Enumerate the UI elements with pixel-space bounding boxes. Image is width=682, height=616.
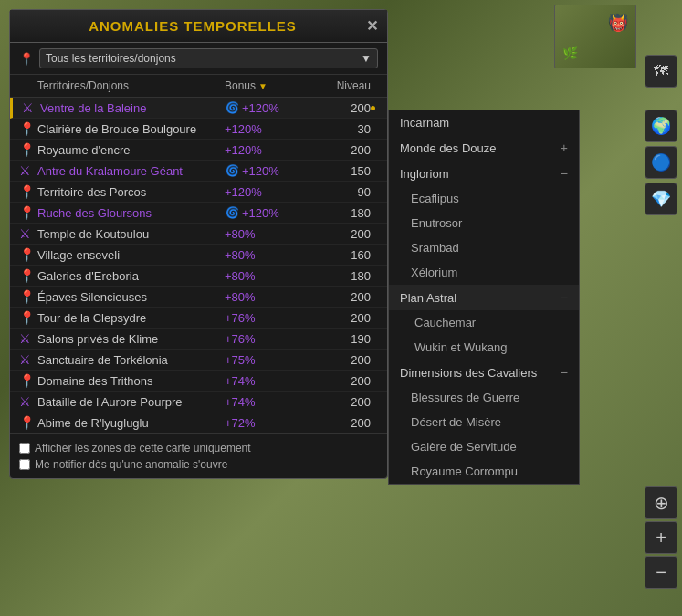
checkbox-item[interactable]: Afficher les zones de cette carte unique… [19, 440, 378, 456]
sidebar-world-icon[interactable]: 🌍 [645, 110, 677, 142]
row-territory-name[interactable]: Sanctuaire de Torkélonia [37, 353, 225, 367]
dropdown-subitem[interactable]: Galère de Servitude [389, 434, 579, 459]
dropdown-category-label: Monde des Douze [400, 141, 497, 155]
scroll-indicator [371, 106, 375, 110]
dropdown-category[interactable]: Ingloriom− [389, 161, 579, 186]
row-territory-name[interactable]: Ruche des Gloursons [37, 206, 225, 220]
row-territory-name[interactable]: Abime de R'lyugluglu [37, 416, 225, 430]
table-row[interactable]: ⚔Sanctuaire de Torkélonia+75%200 [10, 350, 387, 371]
dungeon-icon: ⚔ [19, 394, 37, 409]
table-row[interactable]: 📍Territoire des Porcos+120%90 [10, 182, 387, 203]
dungeon-icon: ⚔ [19, 163, 37, 178]
table-row[interactable]: 📍Tour de la Clepsydre+76%200 [10, 308, 387, 329]
row-level: 200 [307, 353, 371, 367]
territory-icon: 📍 [19, 268, 37, 283]
map-icon-area: 🗺 [645, 55, 677, 88]
table-row[interactable]: 📍Domaine des Trithons+74%200 [10, 371, 387, 392]
row-level: 200 [307, 227, 371, 241]
checkbox-input[interactable] [19, 443, 30, 454]
map-icon-button[interactable]: 🗺 [645, 55, 677, 88]
row-territory-name[interactable]: Antre du Kralamoure Géant [37, 164, 225, 178]
dropdown-category-label: Plan Astral [400, 291, 456, 305]
table-row[interactable]: ⚔Salons privés de Klime+76%190 [10, 329, 387, 350]
table-row[interactable]: 📍Épaves Silencieuses+80%200 [10, 287, 387, 308]
dropdown-subitem-label: Srambad [411, 241, 459, 255]
territory-filter[interactable]: Tous les territoires/donjons ▼ [39, 48, 378, 68]
row-territory-name[interactable]: Salons privés de Klime [37, 332, 225, 346]
table-row[interactable]: 📍Village enseveli+80%160 [10, 245, 387, 266]
table-row[interactable]: 📍Royaume d'encre+120%200 [10, 140, 387, 161]
table-row[interactable]: ⚔Antre du Kralamoure Géant🌀+120%150 [10, 161, 387, 182]
row-territory-name[interactable]: Territoire des Porcos [37, 185, 225, 199]
location-icon: 📍 [19, 52, 34, 66]
dropdown-category[interactable]: Incarnam [389, 110, 579, 135]
territory-icon: 📍 [19, 310, 37, 325]
row-territory-name[interactable]: Ventre de la Baleine [40, 101, 225, 115]
row-territory-name[interactable]: Galeries d'Ereboria [37, 269, 225, 283]
row-territory-name[interactable]: Royaume d'encre [37, 143, 225, 157]
zoom-controls: ⊕ + − [645, 486, 677, 589]
row-level: 200 [307, 290, 371, 304]
expand-icon: + [561, 141, 568, 155]
dungeon-icon: ⚔ [19, 331, 37, 346]
dropdown-subitem[interactable]: Enutrosor [389, 211, 579, 235]
panel-header: ANOMALIES TEMPORELLES ✕ [10, 10, 387, 43]
row-territory-name[interactable]: Tour de la Clepsydre [37, 311, 225, 325]
dropdown-subitem[interactable]: Ecaflipus [389, 186, 579, 211]
filter-value: Tous les territoires/donjons [46, 52, 176, 65]
dropdown-subitem[interactable]: Cauchemar [389, 310, 579, 335]
row-level: 200 [307, 311, 371, 325]
dropdown-category[interactable]: Monde des Douze+ [389, 135, 579, 161]
sidebar-gem-icon[interactable]: 💎 [645, 183, 677, 215]
dropdown-category[interactable]: Dimensions des Cavaliers− [389, 360, 579, 385]
dropdown-subitem-label: Désert de Misère [411, 415, 501, 429]
sidebar-blue-icon[interactable]: 🔵 [645, 146, 677, 179]
row-bonus: +80% [225, 248, 307, 262]
row-territory-name[interactable]: Domaine des Trithons [37, 374, 225, 388]
table-row[interactable]: 📍Galeries d'Ereboria+80%180 [10, 266, 387, 287]
dropdown-category[interactable]: Plan Astral− [389, 285, 579, 310]
table-row[interactable]: 📍Ruche des Gloursons🌀+120%180 [10, 203, 387, 224]
table-row[interactable]: 📍Clairière de Brouce Boulgoure+120%30 [10, 119, 387, 140]
row-bonus: +120% [225, 143, 307, 157]
dropdown-subitem-label: Blessures de Guerre [411, 391, 519, 404]
table-row[interactable]: 📍Abime de R'lyugluglu+72%200 [10, 412, 387, 433]
row-bonus: +76% [225, 311, 307, 325]
row-territory-name[interactable]: Bataille de l'Aurore Pourpre [37, 395, 225, 409]
row-territory-name[interactable]: Temple de Koutoulou [37, 227, 225, 241]
row-bonus: +80% [225, 290, 307, 304]
row-bonus: +80% [225, 227, 307, 241]
row-bonus: +80% [225, 269, 307, 283]
row-level: 200 [307, 395, 371, 409]
row-territory-name[interactable]: Épaves Silencieuses [37, 290, 225, 304]
territory-icon: 📍 [19, 289, 37, 304]
right-sidebar: 🌍 🔵 💎 [645, 110, 677, 215]
sort-arrow-icon: ▼ [258, 81, 268, 91]
dropdown-subitem[interactable]: Xélorium [389, 260, 579, 285]
zoom-in-button[interactable]: + [645, 521, 677, 554]
dropdown-subitem-label: Wukin et Wukang [414, 340, 507, 354]
checkbox-item[interactable]: Me notifier dès qu'une anomalie s'ouvre [19, 456, 378, 473]
table-header: Territoires/Donjons Bonus ▼ Niveau [10, 75, 387, 98]
dropdown-subitem[interactable]: Blessures de Guerre [389, 385, 579, 410]
map-preview: 👹 🌿 [554, 5, 636, 68]
row-territory-name[interactable]: Clairière de Brouce Boulgoure [37, 122, 225, 136]
dropdown-subitem[interactable]: Srambad [389, 235, 579, 260]
table-row[interactable]: ⚔Ventre de la Baleine🌀+120%200 [10, 98, 387, 119]
row-bonus: +74% [225, 374, 307, 388]
dropdown-subitem[interactable]: Désert de Misère [389, 410, 579, 434]
row-bonus: +75% [225, 353, 307, 367]
close-button[interactable]: ✕ [366, 17, 378, 35]
compass-icon[interactable]: ⊕ [645, 486, 677, 519]
table-row[interactable]: ⚔Temple de Koutoulou+80%200 [10, 224, 387, 245]
table-row[interactable]: ⚔Bataille de l'Aurore Pourpre+74%200 [10, 392, 387, 412]
dropdown-subitem[interactable]: Royaume Corrompu [389, 459, 579, 484]
dropdown-subitem[interactable]: Wukin et Wukang [389, 335, 579, 360]
zoom-out-button[interactable]: − [645, 556, 677, 589]
row-territory-name[interactable]: Village enseveli [37, 248, 225, 262]
row-level: 190 [307, 332, 371, 346]
table-scroll-area[interactable]: ⚔Ventre de la Baleine🌀+120%200📍Clairière… [10, 98, 387, 433]
checkbox-input[interactable] [19, 459, 30, 470]
col-bonus-label: Bonus [225, 79, 256, 92]
bonus-sort-header[interactable]: Bonus ▼ [225, 79, 307, 92]
